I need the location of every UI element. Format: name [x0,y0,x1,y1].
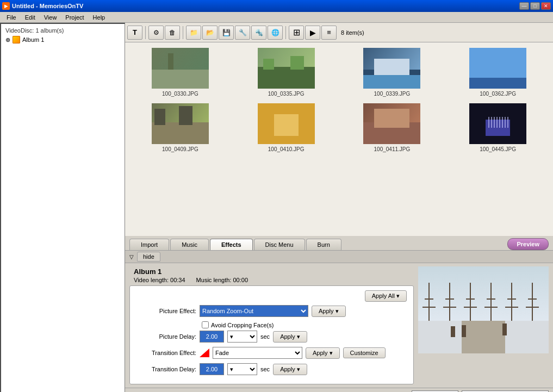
text-tool-button[interactable]: T [127,26,142,40]
picture-effect-row: Picture Effect: Random Zoom-Out Apply ▾ [136,305,407,317]
window-title: Untitled - MemoriesOnTV [12,3,83,9]
maximize-button[interactable]: □ [530,2,540,10]
picture-effect-apply-button[interactable]: Apply ▾ [312,306,346,317]
store-select[interactable]: Don't store Original files ▾ [462,390,549,393]
photo-item[interactable]: 100_0411.JPG [343,103,442,152]
menu-edit[interactable]: Edit [21,13,40,22]
avoid-cropping-row: Avoid Cropping Face(s) [202,321,407,328]
menu-file[interactable]: File [2,13,21,22]
transition-effect-select[interactable]: Fade [213,347,302,359]
item-count: 8 item(s) [341,29,364,36]
album-label: Album 1 [22,36,44,43]
transition-delay-input[interactable] [200,363,224,375]
nav-tabs-left: Import Music Effects Disc Menu Burn [129,239,341,250]
transition-delay-unit[interactable]: ▾ [227,363,257,375]
photo-grid: 100_0330.JPG100_0335.JPG100_0339.JPG100_… [125,42,553,236]
sidebar-album[interactable]: ⊕ Album 1 [3,35,122,45]
preview-btn-wrap: Preview [507,238,549,250]
picture-effect-select[interactable]: Random Zoom-Out [200,305,308,317]
separator-1 [145,26,146,39]
photo-item[interactable]: 100_0330.JPG [131,48,230,97]
app-icon: ▶ [2,2,10,10]
main-window: VideoDisc: 1 album(s) ⊕ Album 1 T ⚙ 🗑 📁 … [0,23,553,392]
tab-disc-menu[interactable]: Disc Menu [254,239,305,250]
customize-button[interactable]: Customize [343,347,386,358]
preview-panel [418,266,549,384]
tab-music[interactable]: Music [170,239,209,250]
avoid-cropping-checkbox[interactable] [202,321,209,328]
transition-delay-apply-button[interactable]: Apply ▾ [273,364,307,375]
picture-delay-input[interactable] [200,331,224,343]
title-bar: ▶ Untitled - MemoriesOnTV — □ ✕ [0,0,553,12]
transition-effect-label: Transition Effect: [136,350,196,356]
picture-delay-label: Picture Delay: [136,333,196,340]
grid-view-button[interactable]: ⊞ [289,26,304,40]
panel-header: ▽ hide [125,251,553,263]
photo-item[interactable]: 100_0410.JPG [237,103,336,152]
layer-select[interactable]: Single Layer ▾ [412,390,458,393]
album-info-title: Album 1 [134,267,409,276]
photo-item[interactable]: 100_0445.JPG [448,103,548,152]
apply-all-button[interactable]: Apply All ▾ [365,290,407,302]
video-length: Video length: 00:34 [134,277,185,283]
import2-button[interactable]: 📂 [202,26,218,40]
expand-icon: ⊕ [5,36,10,43]
album-icon [13,36,20,43]
tool4-button[interactable]: 🔩 [251,26,266,40]
menu-project[interactable]: Project [61,13,88,22]
tab-import[interactable]: Import [129,239,169,250]
menu-view[interactable]: View [40,13,61,22]
picture-delay-unit[interactable]: ▾ [227,331,257,343]
sidebar: VideoDisc: 1 album(s) ⊕ Album 1 [0,23,125,392]
panel-toggle[interactable]: ▽ [129,254,134,260]
photo-thumb [152,48,209,89]
photo-name: 100_0445.JPG [480,146,516,152]
separator-2 [183,26,183,39]
photo-item[interactable]: 100_0335.JPG [237,48,336,97]
close-button[interactable]: ✕ [541,2,551,10]
menu-help[interactable]: Help [89,13,110,22]
delete-button[interactable]: 🗑 [165,26,180,40]
minimize-button[interactable]: — [519,2,529,10]
right-panel: T ⚙ 🗑 📁 📂 💾 🔧 🔩 🌐 ⊞ ▶ ≡ 8 item(s) [125,23,553,392]
transition-effect-row: Transition Effect: Fade Apply ▾ Customiz… [136,347,407,359]
photo-grid-wrap: 100_0330.JPG100_0335.JPG100_0339.JPG100_… [125,42,553,236]
transition-icon [200,349,209,357]
effects-content: Album 1 Video length: 00:34 Music length… [125,263,553,388]
photo-thumb [258,48,315,89]
transition-delay-row: Transition Delay: ▾ sec Apply ▾ [136,363,407,375]
effects-left: Album 1 Video length: 00:34 Music length… [129,266,414,384]
preview-button[interactable]: Preview [507,238,549,250]
bottom-panel: ▽ hide Album 1 Video length: 00:34 Music… [125,250,553,388]
picture-delay-sec: sec [260,333,270,340]
photo-name: 100_0409.JPG [162,146,198,152]
list-view-button[interactable]: ▶ [305,26,320,40]
tab-burn[interactable]: Burn [306,239,341,250]
panel-hide-tab[interactable]: hide [137,252,160,262]
separator-3 [285,26,286,39]
settings-button[interactable]: ⚙ [148,26,164,40]
photo-item[interactable]: 100_0339.JPG [343,48,442,97]
tab-effects[interactable]: Effects [210,239,253,250]
tool3-button[interactable]: 🔧 [235,26,250,40]
photo-name: 100_0330.JPG [162,91,198,97]
import-button[interactable]: 📁 [186,26,201,40]
album-info: Album 1 Video length: 00:34 Music length… [129,266,414,285]
avoid-cropping-label: Avoid Cropping Face(s) [211,322,274,328]
photo-item[interactable]: 100_0409.JPG [131,103,230,152]
photo-thumb [363,103,420,144]
export-button[interactable]: 💾 [219,26,234,40]
music-length: Music length: 00:00 [196,277,248,283]
photo-thumb [152,103,209,144]
detail-view-button[interactable]: ≡ [321,26,337,40]
photo-item[interactable]: 100_0362.JPG [448,48,548,97]
sidebar-title: VideoDisc: 1 album(s) [3,26,122,35]
picture-delay-apply-button[interactable]: Apply ▾ [273,331,307,343]
photo-thumb [363,48,420,89]
transition-effect-apply-button[interactable]: Apply ▾ [306,347,340,359]
tool5-button[interactable]: 🌐 [268,26,283,40]
photo-thumb [469,48,526,89]
photo-name: 100_0410.JPG [268,146,305,152]
photo-thumb [469,103,526,144]
photo-name: 100_0335.JPG [268,91,305,97]
